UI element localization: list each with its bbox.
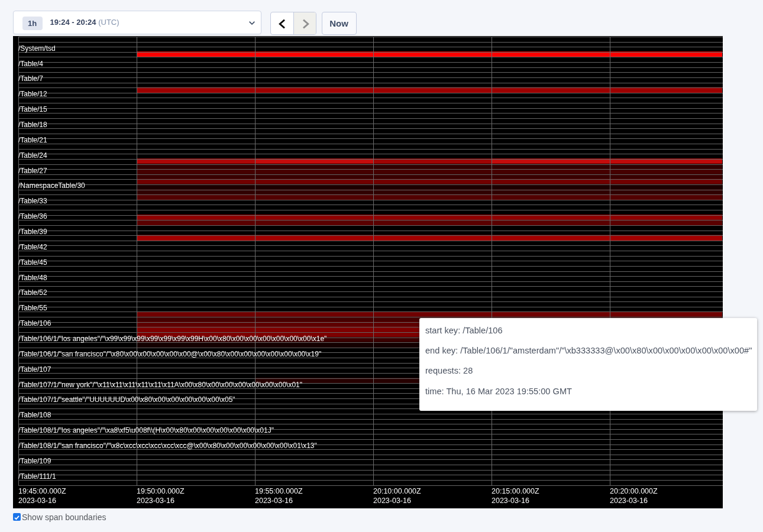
svg-text:/Table/52: /Table/52 [18, 288, 47, 297]
svg-text:19:45:00.000Z: 19:45:00.000Z [18, 487, 66, 495]
svg-text:2023-03-16: 2023-03-16 [18, 497, 56, 505]
svg-text:2023-03-16: 2023-03-16 [610, 497, 648, 505]
svg-text:/Table/15: /Table/15 [18, 105, 47, 113]
svg-text:/NamespaceTable/30: /NamespaceTable/30 [18, 181, 85, 190]
svg-text:/Table/111/1: /Table/111/1 [18, 472, 56, 481]
svg-text:/Table/45: /Table/45 [18, 258, 47, 267]
svg-text:/Table/106/1/"san francisco"/": /Table/106/1/"san francisco"/"\x80\x00\x… [18, 350, 321, 358]
svg-text:/Table/4: /Table/4 [18, 60, 43, 68]
svg-text:/Table/21: /Table/21 [18, 136, 47, 144]
svg-text:/Table/108/1/"los angeles"/"\x: /Table/108/1/"los angeles"/"\xa8\xf5\u00… [18, 426, 274, 434]
svg-text:/Table/12: /Table/12 [18, 90, 47, 98]
svg-text:/Table/48: /Table/48 [18, 274, 47, 282]
svg-text:/Table/39: /Table/39 [18, 228, 47, 236]
svg-text:20:20:00.000Z: 20:20:00.000Z [610, 487, 658, 495]
svg-text:20:15:00.000Z: 20:15:00.000Z [492, 487, 539, 495]
svg-text:19:50:00.000Z: 19:50:00.000Z [137, 487, 185, 495]
svg-text:/Table/109: /Table/109 [18, 457, 51, 465]
svg-text:/Table/107/1/"new york"/"\x11\: /Table/107/1/"new york"/"\x11\x11\x11\x1… [18, 381, 302, 389]
svg-text:20:10:00.000Z: 20:10:00.000Z [373, 487, 421, 495]
svg-text:/Table/24: /Table/24 [18, 151, 47, 160]
svg-text:19:55:00.000Z: 19:55:00.000Z [255, 487, 303, 495]
svg-text:/Table/106/1/"los angeles"/"\x: /Table/106/1/"los angeles"/"\x99\x99\x99… [18, 335, 326, 343]
svg-text:/System/tsd: /System/tsd [18, 44, 56, 53]
svg-text:/Table/108: /Table/108 [18, 411, 51, 419]
svg-text:/Table/7: /Table/7 [18, 74, 43, 83]
svg-text:2023-03-16: 2023-03-16 [137, 497, 174, 505]
svg-text:/Table/107/1/"seattle"/"UUUUUU: /Table/107/1/"seattle"/"UUUUUUD\x00\x80\… [18, 395, 235, 404]
svg-text:/Table/107: /Table/107 [18, 365, 51, 374]
svg-text:/Table/33: /Table/33 [18, 197, 47, 205]
svg-text:/Table/55: /Table/55 [18, 304, 47, 312]
svg-text:2023-03-16: 2023-03-16 [255, 497, 293, 505]
svg-text:/Table/108/1/"san francisco"/": /Table/108/1/"san francisco"/"\x8c\xcc\x… [18, 442, 317, 450]
svg-text:/Table/36: /Table/36 [18, 212, 47, 220]
svg-text:2023-03-16: 2023-03-16 [373, 497, 411, 505]
svg-text:/Table/18: /Table/18 [18, 121, 47, 129]
svg-text:/Table/42: /Table/42 [18, 243, 47, 251]
svg-text:/Table/27: /Table/27 [18, 167, 47, 175]
svg-text:2023-03-16: 2023-03-16 [492, 497, 529, 505]
svg-text:/Table/106: /Table/106 [18, 319, 51, 327]
